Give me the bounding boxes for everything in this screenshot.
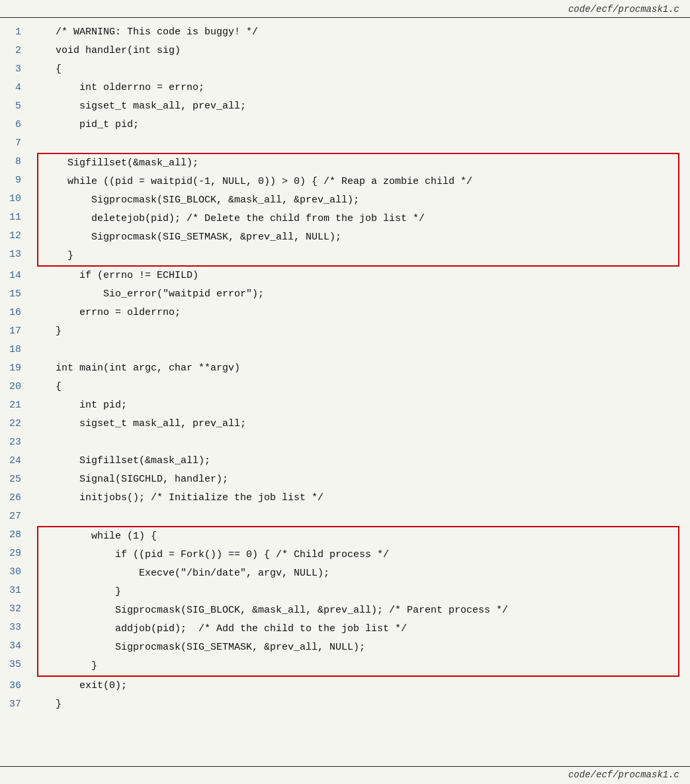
line-number: 4 <box>0 79 32 97</box>
line-content: if (errno != ECHILD) <box>32 267 690 285</box>
line-number-column: 8910111213 <box>0 153 32 267</box>
line-number: 28 <box>0 526 32 544</box>
line-number: 2 <box>0 42 32 60</box>
line-number: 16 <box>0 304 32 322</box>
line-content: Execve("/bin/date", argv, NULL); <box>44 564 673 583</box>
code-line: 27 <box>0 507 690 526</box>
header-filename: code/ecf/procmask1.c <box>568 4 679 15</box>
boxed-code-line: Sigprocmask(SIG_BLOCK, &mask_all, &prev_… <box>44 191 673 210</box>
code-line: 16 errno = olderrno; <box>0 304 690 322</box>
code-line: 25 Signal(SIGCHLD, handler); <box>0 470 690 489</box>
code-line: 18 <box>0 341 690 359</box>
line-content: Sigfillset(&mask_all); <box>44 154 673 173</box>
line-number: 1 <box>0 23 32 42</box>
code-line: 21 int pid; <box>0 396 690 415</box>
code-area: 1 /* WARNING: This code is buggy! */2 vo… <box>0 18 690 740</box>
line-content: Sio_error("waitpid error"); <box>32 285 690 304</box>
line-content: while (1) { <box>44 527 673 546</box>
line-number: 31 <box>0 582 32 600</box>
boxed-code-line: deletejob(pid); /* Delete the child from… <box>44 210 673 228</box>
top-bar: code/ecf/procmask1.c <box>0 0 690 18</box>
line-number: 13 <box>0 245 32 264</box>
boxed-code-line: while ((pid = waitpid(-1, NULL, 0)) > 0)… <box>44 173 673 191</box>
code-line: 26 initjobs(); /* Initialize the job lis… <box>0 489 690 507</box>
line-number: 29 <box>0 544 32 563</box>
line-content: Sigprocmask(SIG_SETMASK, &prev_all, NULL… <box>44 228 673 247</box>
boxed-code-line: Sigprocmask(SIG_SETMASK, &prev_all, NULL… <box>44 228 673 247</box>
line-content <box>32 507 690 526</box>
boxed-code-line: } <box>44 247 673 265</box>
red-box-section: 2829303132333435 while (1) { if ((pid = … <box>0 526 690 677</box>
line-number: 25 <box>0 470 32 489</box>
line-content <box>32 433 690 452</box>
line-content: { <box>32 378 690 396</box>
line-number: 36 <box>0 677 32 695</box>
boxed-code-line: if ((pid = Fork()) == 0) { /* Child proc… <box>44 546 673 564</box>
line-content: initjobs(); /* Initialize the job list *… <box>32 489 690 507</box>
code-line: 14 if (errno != ECHILD) <box>0 267 690 285</box>
boxed-code-line: Execve("/bin/date", argv, NULL); <box>44 564 673 583</box>
boxed-code-line: } <box>44 657 673 675</box>
line-number: 27 <box>0 507 32 526</box>
code-line: 7 <box>0 134 690 153</box>
boxed-code-line: addjob(pid); /* Add the child to the job… <box>44 620 673 638</box>
boxed-code-line: Sigprocmask(SIG_BLOCK, &mask_all, &prev_… <box>44 601 673 620</box>
line-content: pid_t pid; <box>32 116 690 134</box>
line-content: { <box>32 60 690 79</box>
code-line: 5 sigset_t mask_all, prev_all; <box>0 97 690 116</box>
code-line: 23 <box>0 433 690 452</box>
line-content <box>32 134 690 153</box>
code-line: 6 pid_t pid; <box>0 116 690 134</box>
line-number: 11 <box>0 208 32 227</box>
code-line: 20 { <box>0 378 690 396</box>
line-number: 6 <box>0 116 32 134</box>
line-content: } <box>44 657 673 675</box>
line-number: 23 <box>0 433 32 452</box>
line-content: sigset_t mask_all, prev_all; <box>32 415 690 433</box>
line-number: 12 <box>0 227 32 245</box>
line-number: 14 <box>0 267 32 285</box>
code-line: 19 int main(int argc, char **argv) <box>0 359 690 378</box>
line-content: Sigprocmask(SIG_SETMASK, &prev_all, NULL… <box>44 638 673 657</box>
line-number: 24 <box>0 452 32 470</box>
line-content: } <box>32 322 690 341</box>
line-number: 18 <box>0 341 32 359</box>
line-number: 20 <box>0 378 32 396</box>
line-number: 3 <box>0 60 32 79</box>
line-number: 8 <box>0 153 32 171</box>
box2-red-box: while (1) { if ((pid = Fork()) == 0) { /… <box>37 526 679 677</box>
line-content: while ((pid = waitpid(-1, NULL, 0)) > 0)… <box>44 173 673 191</box>
code-line: 15 Sio_error("waitpid error"); <box>0 285 690 304</box>
boxed-code-line: while (1) { <box>44 527 673 546</box>
line-number: 9 <box>0 171 32 190</box>
line-number: 5 <box>0 97 32 116</box>
line-number: 35 <box>0 656 32 674</box>
line-content: errno = olderrno; <box>32 304 690 322</box>
line-number: 26 <box>0 489 32 507</box>
line-content: int main(int argc, char **argv) <box>32 359 690 378</box>
line-content: sigset_t mask_all, prev_all; <box>32 97 690 116</box>
page-container: code/ecf/procmask1.c 1 /* WARNING: This … <box>0 0 690 784</box>
line-content: Sigfillset(&mask_all); <box>32 452 690 470</box>
footer-filename: code/ecf/procmask1.c <box>568 769 679 780</box>
code-line: 1 /* WARNING: This code is buggy! */ <box>0 23 690 42</box>
code-line: 17 } <box>0 322 690 341</box>
bottom-bar: code/ecf/procmask1.c <box>0 766 690 784</box>
boxed-code-line: Sigprocmask(SIG_SETMASK, &prev_all, NULL… <box>44 638 673 657</box>
line-content: deletejob(pid); /* Delete the child from… <box>44 210 673 228</box>
line-number: 33 <box>0 619 32 637</box>
line-number: 15 <box>0 285 32 304</box>
code-line: 4 int olderrno = errno; <box>0 79 690 97</box>
line-number: 17 <box>0 322 32 341</box>
line-number: 19 <box>0 359 32 378</box>
line-content: } <box>44 247 673 265</box>
line-content: /* WARNING: This code is buggy! */ <box>32 23 690 42</box>
boxed-code-line: Sigfillset(&mask_all); <box>44 154 673 173</box>
code-line: 37 } <box>0 695 690 714</box>
line-content: } <box>32 695 690 714</box>
line-content: if ((pid = Fork()) == 0) { /* Child proc… <box>44 546 673 564</box>
line-content: exit(0); <box>32 677 690 695</box>
line-content: Signal(SIGCHLD, handler); <box>32 470 690 489</box>
red-box-section: 8910111213 Sigfillset(&mask_all); while … <box>0 153 690 267</box>
line-number: 34 <box>0 637 32 656</box>
